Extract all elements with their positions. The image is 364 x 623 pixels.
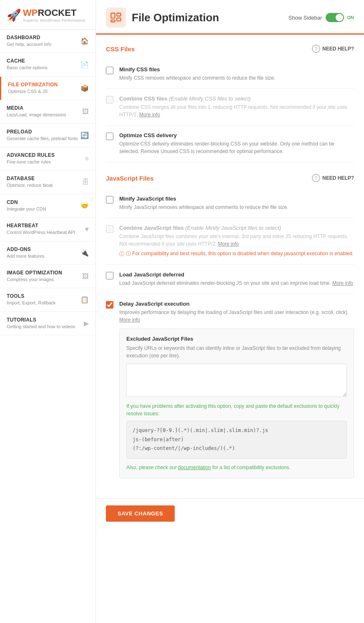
sidebar-item-cache[interactable]: CACHE Basic cache options 📄	[0, 53, 95, 76]
combine-css-option: Combine CSS files (Enable Minify CSS fil…	[106, 89, 354, 126]
combine-css-desc: Combine CSS merges all your files into 1…	[119, 103, 354, 118]
combine-js-title: Combine JavaScript files (Enable Minify …	[119, 225, 354, 231]
sidebar-item-file-optimization[interactable]: FILE OPTIMIZATION Optimize CSS & JS 📦	[0, 77, 95, 100]
minify-css-option: Minify CSS files Minify CSS removes whit…	[106, 60, 354, 89]
code-line-3: (?:/wp-content/|/wp-includes/)(.*)	[133, 444, 341, 453]
delay-js-more-info[interactable]: More info	[119, 317, 140, 323]
svg-rect-0	[111, 13, 115, 18]
excluded-js-section: Excluded JavaScript Files Specify URLs o…	[119, 329, 354, 478]
minify-js-desc: Minify JavaScript removes whitespace and…	[119, 203, 289, 211]
page-header: File Optimization Show Sidebar ON	[96, 0, 364, 35]
tutorials-icon: ▶	[84, 319, 89, 327]
optimize-css-desc: Optimize CSS delivery eliminates render-…	[119, 140, 354, 155]
load-js-deferred-desc: Load JavaScript deferred eliminates rend…	[119, 279, 353, 287]
excluded-textarea[interactable]	[126, 364, 347, 397]
logo-rocket: ROCKET	[38, 8, 76, 18]
optimize-css-checkbox[interactable]	[106, 133, 113, 140]
load-js-deferred-checkbox[interactable]	[106, 272, 113, 279]
delay-js-desc: Improves performance by delaying the loa…	[119, 309, 354, 324]
js-need-help[interactable]: ? NEED HELP?	[312, 174, 354, 182]
sidebar-item-database[interactable]: DATABASE Optimize, reduce bloat 🗄	[0, 171, 95, 194]
preload-icon: 🔄	[80, 131, 89, 139]
documentation-link[interactable]: documentation	[178, 465, 211, 470]
svg-rect-3	[111, 20, 115, 22]
combine-js-checkbox[interactable]	[106, 225, 113, 233]
js-section-header: JavaScript Files ? NEED HELP?	[106, 174, 354, 182]
excluded-title: Excluded JavaScript Files	[126, 336, 347, 342]
save-bar: SAVE CHANGES	[96, 498, 364, 528]
css-need-help[interactable]: ? NEED HELP?	[312, 45, 354, 53]
sidebar-item-heartbeat[interactable]: HEARTBEAT Control WordPress Heartbeat AP…	[0, 218, 95, 241]
help-circle-icon: ?	[312, 45, 320, 53]
sidebar-item-tutorials[interactable]: TUTORIALS Getting started and how to vid…	[0, 312, 95, 335]
also-check: Also, please check our documentation for…	[126, 464, 347, 471]
code-block: /jquery-?[0-9.](.*)(.min|.slim|.slim.min…	[126, 421, 347, 459]
css-section-header: CSS Files ? NEED HELP?	[106, 45, 354, 53]
combine-js-warning: ⓘ ⓘ For compatibility and best results, …	[119, 250, 354, 258]
combine-css-more-info[interactable]: More info	[139, 112, 160, 118]
toggle-state-label: ON	[347, 15, 354, 20]
sidebar-item-cdn[interactable]: CDN Integrate your CDN 🤝	[0, 194, 95, 218]
main-content: File Optimization Show Sidebar ON CSS Fi…	[96, 0, 364, 623]
minify-js-title: Minify JavaScript files	[119, 196, 289, 202]
toggle-knob	[336, 14, 343, 21]
delay-js-title: Delay JavaScript execution	[119, 301, 354, 307]
sidebar-item-addons[interactable]: ADD-ONS Add more features 🔌	[0, 241, 95, 265]
rules-icon: ≡	[85, 155, 89, 163]
combine-js-desc: Combine JavaScript files combines your s…	[119, 233, 354, 248]
content-area: CSS Files ? NEED HELP? Minify CSS files …	[96, 35, 364, 495]
combine-js-more-info[interactable]: More info	[218, 241, 239, 247]
excluded-desc: Specify URLs or keywords that can identi…	[126, 344, 347, 359]
minify-js-checkbox[interactable]	[106, 196, 113, 203]
file-opt-icon: 📦	[80, 84, 89, 92]
heartbeat-icon: ♥	[85, 226, 89, 233]
sidebar-item-image-optimization[interactable]: IMAGE OPTIMIZATION Compress your images …	[0, 265, 95, 288]
combine-css-title: Combine CSS files (Enable Minify CSS fil…	[119, 95, 354, 102]
combine-css-checkbox[interactable]	[106, 96, 113, 103]
save-changes-button[interactable]: SAVE CHANGES	[106, 505, 175, 522]
media-icon: 🖼	[82, 108, 89, 116]
sidebar-toggle-label: Show Sidebar	[289, 15, 322, 21]
warning-icon: ⓘ	[119, 251, 124, 258]
sidebar: 🚀 WP ROCKET Superior WordPress Performan…	[0, 0, 96, 623]
sidebar-item-advanced-rules[interactable]: ADVANCED RULES Fine-tune cache rules ≡	[0, 147, 95, 171]
page-title: File Optimization	[132, 11, 219, 24]
optimize-css-option: Optimize CSS delivery Optimize CSS deliv…	[106, 126, 354, 162]
addons-icon: 🔌	[80, 249, 89, 257]
sidebar-item-media[interactable]: MEDIA LazyLoad, image dimensions 🖼	[0, 100, 95, 123]
logo-wp: WP	[23, 8, 38, 18]
sidebar-item-tools[interactable]: TOOLS Import, Export, Rollback 📋	[0, 288, 95, 312]
optimize-css-title: Optimize CSS delivery	[119, 132, 354, 138]
minify-css-checkbox[interactable]	[106, 67, 113, 74]
svg-rect-1	[117, 13, 120, 16]
load-js-deferred-title: Load JavaScript deferred	[119, 271, 353, 278]
svg-rect-2	[117, 18, 120, 21]
home-icon: 🏠	[80, 37, 89, 45]
cache-icon: 📄	[80, 61, 89, 69]
image-opt-icon: 🖼	[82, 273, 89, 280]
js-section-title: JavaScript Files	[106, 175, 153, 182]
logo-tagline: Superior WordPress Performance	[23, 18, 85, 23]
logo-area: 🚀 WP ROCKET Superior WordPress Performan…	[0, 0, 95, 30]
excluded-hint: If you have problems after activating th…	[126, 402, 347, 417]
sidebar-item-preload[interactable]: PRELOAD Generate cache files, preload fo…	[0, 124, 95, 147]
delay-js-option: Delay JavaScript execution Improves perf…	[106, 294, 354, 485]
minify-css-desc: Minify CSS removes whitespace and commen…	[119, 74, 275, 82]
help-circle-icon-js: ?	[312, 174, 320, 182]
rocket-icon: 🚀	[7, 8, 21, 22]
cdn-icon: 🤝	[80, 202, 89, 210]
sidebar-item-dashboard[interactable]: DASHBOARD Get help, account info 🏠	[0, 30, 95, 53]
css-section-title: CSS Files	[106, 45, 135, 53]
sidebar-toggle[interactable]: Show Sidebar ON	[289, 13, 354, 22]
load-js-deferred-option: Load JavaScript deferred Load JavaScript…	[106, 265, 354, 294]
minify-js-option: Minify JavaScript files Minify JavaScrip…	[106, 189, 354, 218]
toggle-switch[interactable]	[326, 13, 344, 22]
database-icon: 🗄	[82, 178, 89, 186]
page-icon	[106, 8, 126, 28]
code-line-2: js-(before|after)	[133, 435, 341, 445]
code-line-1: /jquery-?[0-9.](.*)(.min|.slim|.slim.min…	[133, 426, 341, 435]
combine-js-option: Combine JavaScript files (Enable Minify …	[106, 218, 354, 265]
minify-css-title: Minify CSS files	[119, 66, 275, 73]
load-js-more-info[interactable]: More info	[332, 280, 353, 286]
delay-js-checkbox[interactable]	[106, 301, 113, 309]
